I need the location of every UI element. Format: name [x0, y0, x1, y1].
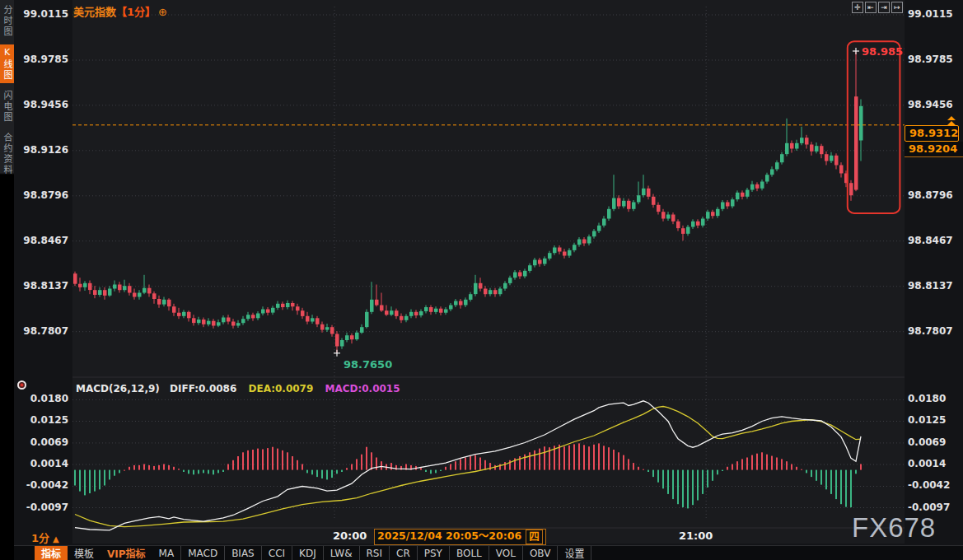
toolbar-item[interactable]: PSY: [418, 546, 450, 560]
y-axis-label: 0.0014: [14, 458, 68, 469]
weekday-badge: 四: [526, 530, 543, 544]
toolbar-item[interactable]: 指标: [35, 546, 68, 560]
low-price-annotation: 98.7650: [344, 358, 392, 371]
y-axis-label: 0.0180: [908, 393, 961, 404]
toolbar-item[interactable]: LW&: [324, 546, 360, 560]
y-axis-label: 98.8796: [14, 189, 68, 201]
y-axis-label: 98.7807: [908, 325, 961, 337]
y-axis-label: 98.7807: [14, 325, 68, 337]
prev-close-box: 98.9204: [905, 142, 963, 157]
compress-left-axis-icon[interactable]: ⇤: [865, 2, 877, 13]
period-selector[interactable]: 1分▲: [31, 530, 59, 545]
pan-icon[interactable]: ✛: [852, 2, 863, 13]
sidebar-item[interactable]: 分时图: [0, 2, 14, 40]
y-axis-label: 98.9456: [908, 99, 961, 110]
toolbar-item[interactable]: BOLL: [450, 546, 489, 560]
toolbar-item[interactable]: VIP指标: [101, 546, 152, 560]
diff-value: DIFF:0.0086: [170, 383, 236, 394]
y-axis-label: -0.0042: [14, 479, 68, 491]
y-axis-label: 98.9785: [908, 54, 961, 65]
chart-title: 美元指数【1分】⊕: [73, 3, 167, 19]
window-controls: ✛⇤⇥↦: [852, 2, 903, 13]
toolbar-item[interactable]: VOL: [489, 546, 523, 560]
y-axis-label: 0.0014: [908, 458, 961, 469]
y-axis-label: 98.8467: [14, 235, 68, 246]
price-chart-canvas[interactable]: 98.985198.7650: [72, 0, 905, 544]
y-axis-label: 99.0115: [14, 8, 68, 20]
y-axis-label: 0.0069: [14, 436, 68, 448]
indicator-toolbar: 指标模板VIP指标MAMACDBIASCCIKDJLW&RSICRPSYBOLL…: [14, 545, 963, 560]
sidebar: 分时图K线图闪电图合约资料: [0, 0, 14, 560]
y-axis-label: -0.0097: [14, 502, 68, 513]
macd-params: MACD(26,12,9): [76, 383, 160, 394]
plot-background: [72, 0, 905, 544]
sidebar-item[interactable]: K线图: [0, 44, 14, 83]
chart-app: 分时图K线图闪电图合约资料 98.985198.7650 美元指数【1分】⊕ ✛…: [0, 0, 963, 560]
toolbar-item[interactable]: RSI: [360, 546, 390, 560]
x-axis-label: 21:00: [679, 530, 713, 542]
price-up-arrows-icon: [947, 116, 956, 126]
toolbar-item[interactable]: MACD: [181, 546, 225, 560]
last-price-box: 98.9312: [905, 125, 959, 142]
watermark: FX678: [852, 512, 936, 544]
jump-to-latest-icon[interactable]: ↦: [891, 2, 903, 13]
toolbar-item[interactable]: BIAS: [225, 546, 262, 560]
x-axis-label: 20:00: [333, 530, 367, 542]
y-axis-label: 0.0069: [908, 436, 961, 448]
toolbar-item[interactable]: 模板: [68, 546, 101, 560]
y-axis-label: 98.8796: [908, 189, 961, 201]
y-axis-label: 98.9785: [14, 54, 68, 65]
y-axis-label: 0.0125: [14, 414, 68, 426]
dea-value: DEA:0.0079: [249, 383, 314, 394]
y-axis-label: 98.8137: [14, 280, 68, 292]
toolbar-item[interactable]: MA: [152, 546, 182, 560]
y-axis-label: -0.0097: [908, 502, 961, 513]
symbol-name: 美元指数: [73, 6, 116, 18]
toolbar-item[interactable]: 设置: [558, 546, 591, 560]
y-axis-label: 98.8137: [908, 280, 961, 292]
toolbar-item[interactable]: KDJ: [292, 546, 324, 560]
compress-right-axis-icon[interactable]: ⇥: [878, 2, 890, 13]
y-axis-label: 0.0125: [908, 414, 961, 426]
sidebar-item[interactable]: 合约资料: [0, 130, 14, 178]
session-info-box: 2025/12/04 20:05～20:06四: [374, 529, 546, 545]
high-price-annotation: 98.9851: [862, 45, 905, 58]
y-axis-label: -0.0042: [908, 479, 961, 491]
y-axis-label: 98.9126: [14, 144, 68, 156]
toolbar-item[interactable]: OBV: [523, 546, 559, 560]
live-indicator-icon: [17, 380, 26, 390]
chevron-up-icon: ▲: [53, 534, 59, 544]
sidebar-item[interactable]: 闪电图: [0, 88, 14, 125]
y-axis-label: 98.8467: [908, 235, 961, 246]
y-axis-label: 98.9456: [14, 99, 68, 110]
add-indicator-icon[interactable]: ⊕: [158, 6, 167, 18]
toolbar-item[interactable]: CCI: [262, 546, 292, 560]
y-axis-label: 0.0180: [14, 393, 68, 404]
time-axis-row: 1分▲ 20:00 2025/12/04 20:05～20:06四 21:00: [0, 528, 963, 545]
toolbar-item[interactable]: CR: [390, 546, 418, 560]
macd-header: MACD(26,12,9) DIFF:0.0086 DEA:0.0079 MAC…: [76, 383, 400, 394]
macd-value: MACD:0.0015: [325, 383, 400, 394]
y-axis-label: 99.0115: [908, 8, 961, 20]
period-label: 【1分】: [116, 6, 156, 18]
